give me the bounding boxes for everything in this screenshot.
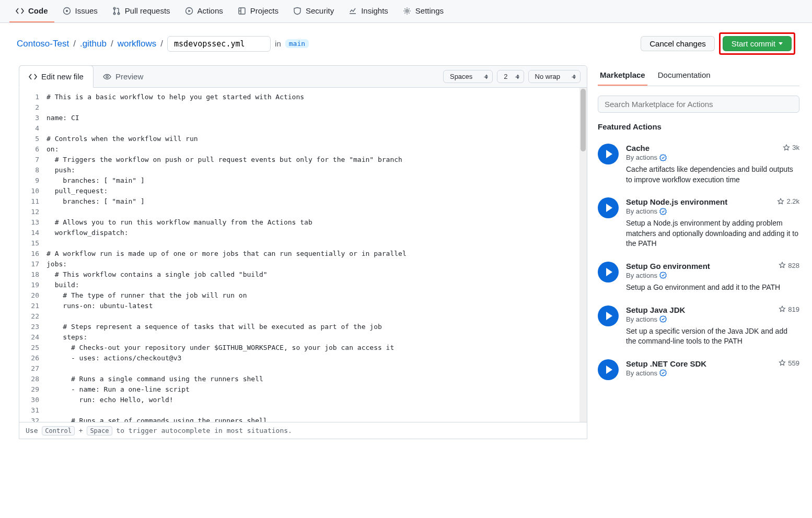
indent-mode-select[interactable]: Spaces	[443, 70, 493, 83]
path-bar: Contoso-Test / .github / workflows / in …	[0, 23, 812, 55]
issue-icon	[63, 7, 71, 15]
editor-hint: Use Control + Space to trigger autocompl…	[19, 422, 587, 439]
code-content[interactable]: # This is a basic workflow to help you g…	[47, 88, 587, 422]
projects-icon	[238, 7, 246, 15]
in-label: in	[275, 39, 281, 48]
indent-mode-value: Spaces	[450, 73, 472, 80]
nav-projects-label: Projects	[250, 6, 279, 15]
actions-list: Cache3kBy actions Cache artifacts like d…	[598, 137, 799, 386]
scrollbar-track[interactable]	[579, 88, 587, 422]
action-title[interactable]: Cache	[626, 144, 649, 152]
graph-icon	[349, 7, 357, 15]
marketplace-panel: Marketplace Documentation Featured Actio…	[598, 65, 812, 386]
nav-pulls[interactable]: Pull requests	[106, 0, 177, 22]
play-icon	[598, 359, 619, 380]
play-icon	[598, 197, 619, 218]
action-title[interactable]: Setup Java JDK	[626, 305, 685, 314]
start-commit-label: Start commit	[732, 39, 775, 48]
nav-projects[interactable]: Projects	[231, 0, 285, 22]
action-item[interactable]: Setup .NET Core SDK559By actions	[598, 353, 799, 386]
marketplace-search-input[interactable]	[598, 96, 799, 113]
hint-text: +	[75, 427, 87, 434]
tab-edit-file[interactable]: Edit new file	[19, 65, 94, 88]
nav-issues-label: Issues	[75, 6, 98, 15]
action-item[interactable]: Cache3kBy actions Cache artifacts like d…	[598, 137, 799, 191]
tab-preview[interactable]: Preview	[94, 66, 153, 87]
tab-edit-label: Edit new file	[41, 72, 84, 81]
scrollbar-thumb[interactable]	[581, 89, 586, 151]
play-circle-icon	[185, 7, 193, 15]
star-count[interactable]: 2.2k	[777, 197, 799, 205]
svg-point-1	[66, 10, 68, 12]
kbd-space: Space	[87, 426, 112, 435]
star-count[interactable]: 3k	[783, 144, 799, 151]
nav-code[interactable]: Code	[9, 0, 54, 22]
action-description: Cache artifacts like dependencies and bu…	[626, 164, 799, 185]
action-item[interactable]: Setup Node.js environment2.2kBy actions …	[598, 191, 799, 255]
action-author: By actions	[626, 154, 799, 161]
repo-nav: Code Issues Pull requests Actions Projec…	[0, 0, 812, 23]
play-icon	[598, 144, 619, 164]
play-icon	[598, 305, 619, 326]
editor-toolbar: Spaces 2 No wrap	[437, 66, 587, 87]
nav-security-label: Security	[306, 6, 334, 15]
indent-size-value: 2	[504, 73, 507, 80]
tab-documentation[interactable]: Documentation	[656, 65, 713, 86]
gear-icon	[403, 7, 411, 15]
action-author: By actions	[626, 207, 799, 215]
breadcrumb-dir2[interactable]: workflows	[118, 39, 157, 49]
breadcrumb-sep: /	[73, 39, 76, 49]
code-icon	[29, 73, 37, 81]
code-icon	[16, 7, 24, 15]
star-count[interactable]: 828	[779, 262, 799, 269]
wrap-value: No wrap	[535, 73, 560, 80]
action-description: Setup a Node.js environment by adding pr…	[626, 218, 799, 249]
star-count[interactable]: 819	[779, 305, 799, 313]
action-author: By actions	[626, 272, 799, 279]
nav-actions-label: Actions	[198, 6, 223, 15]
breadcrumb-dir1[interactable]: .github	[80, 39, 107, 49]
action-item[interactable]: Setup Java JDK819By actions Set up a spe…	[598, 299, 799, 353]
action-author: By actions	[626, 369, 799, 377]
tab-marketplace[interactable]: Marketplace	[598, 65, 647, 86]
shield-icon	[293, 7, 301, 15]
action-title[interactable]: Setup .NET Core SDK	[626, 359, 706, 368]
action-description: Setup a Go environment and add it to the…	[626, 282, 799, 293]
action-description: Set up a specific version of the Java JD…	[626, 326, 799, 347]
svg-point-7	[406, 9, 409, 12]
hint-text: to trigger autocomplete in most situatio…	[112, 427, 292, 434]
code-editor[interactable]: 1234567891011121314151617181920212223242…	[19, 88, 587, 422]
nav-code-label: Code	[28, 6, 48, 15]
eye-icon	[103, 73, 111, 81]
start-commit-highlight: Start commit	[719, 32, 795, 55]
nav-insights-label: Insights	[361, 6, 388, 15]
breadcrumb-sep: /	[160, 39, 163, 49]
action-item[interactable]: Setup Go environment828By actions Setup …	[598, 255, 799, 299]
start-commit-button[interactable]: Start commit	[723, 36, 792, 51]
action-title[interactable]: Setup Go environment	[626, 262, 710, 270]
chevron-down-icon	[779, 42, 783, 45]
star-count[interactable]: 559	[779, 359, 799, 367]
breadcrumb-repo[interactable]: Contoso-Test	[17, 39, 69, 49]
play-icon	[598, 262, 619, 282]
nav-settings[interactable]: Settings	[397, 0, 450, 22]
kbd-control: Control	[42, 426, 75, 435]
filename-input[interactable]	[167, 36, 271, 52]
nav-security[interactable]: Security	[287, 0, 340, 22]
tab-preview-label: Preview	[115, 72, 143, 81]
nav-pulls-label: Pull requests	[125, 6, 170, 15]
wrap-select[interactable]: No wrap	[528, 70, 581, 83]
branch-badge[interactable]: main	[285, 39, 309, 48]
action-title[interactable]: Setup Node.js environment	[626, 197, 727, 206]
nav-insights[interactable]: Insights	[342, 0, 395, 22]
indent-size-select[interactable]: 2	[497, 70, 524, 83]
nav-settings-label: Settings	[415, 6, 444, 15]
svg-point-8	[106, 76, 108, 78]
cancel-button[interactable]: Cancel changes	[641, 36, 715, 51]
nav-actions[interactable]: Actions	[179, 0, 229, 22]
pr-icon	[112, 7, 121, 15]
editor-panel: Edit new file Preview Spaces 2 No wrap	[19, 65, 587, 439]
nav-issues[interactable]: Issues	[56, 0, 104, 22]
line-numbers: 1234567891011121314151617181920212223242…	[19, 88, 47, 422]
editor-tabs: Edit new file Preview Spaces 2 No wrap	[19, 66, 587, 88]
